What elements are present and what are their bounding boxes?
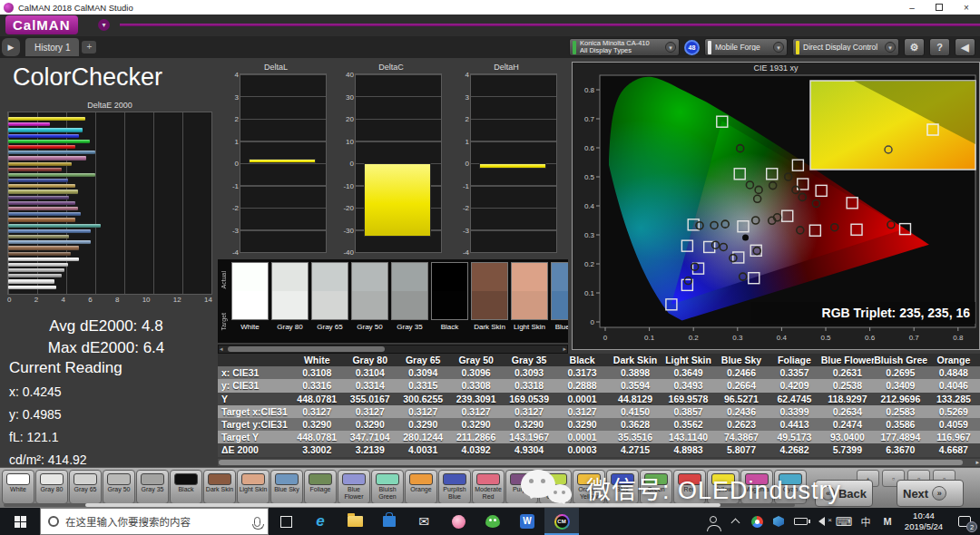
onedrive-tray-button[interactable] <box>768 508 789 535</box>
back-button[interactable]: « Back <box>815 480 873 507</box>
swatch-scrollbar-thumb[interactable] <box>228 346 385 352</box>
close-button[interactable]: × <box>953 0 980 15</box>
patch-button-gray-35[interactable]: Gray 35 <box>136 470 169 504</box>
patch-button-white[interactable]: White <box>2 470 34 504</box>
actual-swatch <box>432 263 467 291</box>
w-app-button[interactable]: W <box>510 508 544 535</box>
compare-patch[interactable]: Dark Skin <box>471 262 508 343</box>
taskbar-clock[interactable]: 10:44 2019/5/24 <box>898 511 949 532</box>
patch-button-blue-sky[interactable]: Blue Sky <box>270 470 303 504</box>
logo-bar: CalMAN ▾ <box>0 15 980 36</box>
maximize-button[interactable] <box>926 0 953 15</box>
patch-button-gray-65[interactable]: Gray 65 <box>69 470 102 504</box>
cie-inset-zoom <box>810 81 975 170</box>
people-tray-button[interactable] <box>702 508 724 535</box>
patch-button-blue[interactable]: Blue <box>606 470 639 504</box>
patch-name: Gray 50 <box>351 323 388 331</box>
m-tray-button[interactable]: M <box>877 508 898 535</box>
pattern-source-dropdown[interactable]: Mobile Forge ▾ <box>704 38 788 56</box>
patch-button-red[interactable]: Red <box>673 470 706 504</box>
touch-keyboard-button[interactable]: ⌨ <box>833 508 855 535</box>
patch-button-bluish-green[interactable]: Bluish Green <box>371 470 404 504</box>
deltaE-bar <box>8 173 95 177</box>
target-swatch <box>432 291 467 319</box>
patch-button-dark-skin[interactable]: Dark Skin <box>203 470 236 504</box>
table-cell: 0.0003 <box>555 444 608 455</box>
deltaC-bar <box>364 163 430 237</box>
task-view-button[interactable] <box>269 508 303 535</box>
calman-logo[interactable]: CalMAN <box>5 15 78 34</box>
ime-indicator[interactable]: 中 <box>855 508 877 535</box>
volume-tray-button[interactable]: × <box>811 508 833 535</box>
pinned-app-button[interactable] <box>441 508 475 535</box>
compare-patch[interactable]: Black <box>431 262 468 343</box>
patch-button-foliage[interactable]: Foliage <box>304 470 337 504</box>
patch-bar-scrollbar-thumb[interactable] <box>85 503 720 507</box>
patch-button-light-skin[interactable]: Light Skin <box>237 470 270 504</box>
table-scrollbar[interactable]: ▸ <box>218 459 980 466</box>
taskbar-search-input[interactable]: 在这里输入你要搜索的内容 <box>40 508 269 535</box>
start-button[interactable] <box>0 508 40 535</box>
patch-button-orange[interactable]: Orange <box>405 470 437 504</box>
patch-button-gray-50[interactable]: Gray 50 <box>103 470 135 504</box>
display-control-dropdown[interactable]: Direct Display Control ▾ <box>792 38 899 56</box>
target-swatch <box>472 291 507 319</box>
minimize-button[interactable]: – <box>898 0 926 15</box>
svg-text:0: 0 <box>591 318 595 326</box>
patch-button-gray-80[interactable]: Gray 80 <box>35 470 68 504</box>
battery-tray-button[interactable] <box>789 508 811 535</box>
collapse-panel-button[interactable]: ◀ <box>955 38 975 56</box>
patch-button-magenta[interactable]: Magenta <box>740 470 773 504</box>
next-button[interactable]: Next » <box>897 480 964 507</box>
compare-patch[interactable]: Gray 50 <box>351 262 388 343</box>
deltaE-bar <box>8 156 86 160</box>
store-app-button[interactable] <box>372 508 407 535</box>
compare-patch[interactable]: Gray 65 <box>311 262 348 343</box>
slide-menu-button[interactable]: ▶ <box>2 38 20 56</box>
deltaE-bar <box>8 179 68 182</box>
settings-gear-button[interactable]: ⚙ <box>904 38 925 56</box>
compare-patch[interactable]: Gray 80 <box>271 262 309 343</box>
table-cell: 118.9297 <box>821 394 874 404</box>
patch-color-swatch <box>275 473 299 485</box>
compare-patch[interactable]: White <box>231 262 269 343</box>
add-tab-button[interactable]: + <box>82 41 96 54</box>
patch-button-orange-yellow[interactable]: Orange Yellow <box>573 470 605 504</box>
reading-y: y: 0.4985 <box>9 407 122 422</box>
wechat-app-button[interactable] <box>475 508 510 535</box>
table-cell: 0.3290 <box>449 419 502 430</box>
patch-button-cyan[interactable]: Cyan <box>774 470 807 504</box>
compare-patch[interactable]: Light Skin <box>511 262 548 343</box>
reading-fl: fL: 121.1 <box>9 430 122 444</box>
patch-button-green[interactable]: Green <box>640 470 672 504</box>
tab-history-1[interactable]: History 1 <box>25 38 79 56</box>
file-explorer-button[interactable] <box>338 508 372 535</box>
chrome-tray-button[interactable] <box>746 508 768 535</box>
compare-patch[interactable]: Blue Sky <box>551 262 568 343</box>
microphone-icon[interactable] <box>254 517 260 527</box>
table-scrollbar-thumb[interactable] <box>219 460 963 465</box>
show-hidden-icons-button[interactable] <box>724 508 746 535</box>
patch-button-blue-flower[interactable]: Blue Flower <box>338 470 370 504</box>
action-center-button[interactable]: 2 <box>949 508 980 535</box>
patch-button-yellow-green[interactable]: Yellow Green <box>539 470 572 504</box>
mail-app-button[interactable]: ✉ <box>407 508 441 535</box>
table-cell: 0.4046 <box>927 380 980 391</box>
meter-badge[interactable]: 48 <box>684 40 700 55</box>
edge-app-button[interactable]: e <box>303 508 338 535</box>
patch-button-black[interactable]: Black <box>170 470 202 504</box>
deltaE-x-tick: 6 <box>88 296 92 304</box>
patch-button-purple[interactable]: Purple <box>505 470 538 504</box>
patch-button-yellow[interactable]: Yellow <box>707 470 740 504</box>
swatch-strip-scrollbar[interactable]: ◂▸ <box>218 345 568 354</box>
avg-de2000-value: Avg dE2000: 4.8 <box>0 317 212 336</box>
patch-bar-scrollbar[interactable] <box>4 503 795 507</box>
patch-color-swatch <box>510 473 534 485</box>
meter-dropdown[interactable]: Konica Minolta CA-410 All Display Types … <box>569 38 680 56</box>
patch-button-purplish-blue[interactable]: Purplish Blue <box>438 470 471 504</box>
patch-button-moderate-red[interactable]: Moderate Red <box>472 470 505 504</box>
help-button[interactable]: ? <box>929 38 950 56</box>
calman-taskbar-button[interactable]: CM <box>544 508 579 535</box>
compare-patch[interactable]: Gray 35 <box>391 262 428 343</box>
logo-menu-chevron-icon[interactable]: ▾ <box>98 19 110 31</box>
